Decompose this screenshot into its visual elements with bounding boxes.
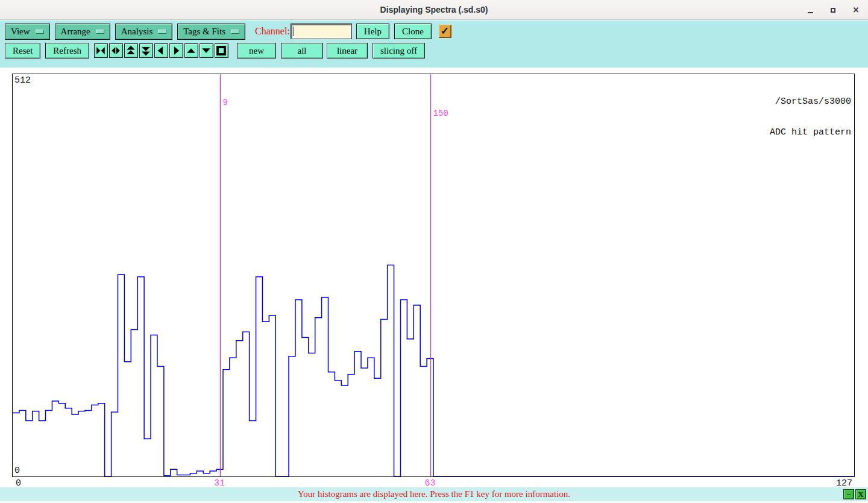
channel-label: Channel: bbox=[255, 26, 290, 37]
menu-tags-fits-label: Tags & Fits bbox=[183, 27, 225, 37]
cursor-line-0[interactable] bbox=[220, 74, 221, 476]
pan-right-icon bbox=[171, 45, 181, 56]
histogram-plot bbox=[13, 74, 854, 476]
menu-arrange[interactable]: Arrange bbox=[55, 24, 110, 40]
spectrum-title: /SortSas/s3000 ADC hit pattern bbox=[770, 76, 851, 158]
menu-tags-fits[interactable]: Tags & Fits bbox=[177, 24, 245, 40]
cascade-dash-icon bbox=[158, 30, 166, 34]
action-bar: Reset Refresh bbox=[5, 42, 425, 59]
channel-input[interactable] bbox=[291, 24, 351, 39]
expand-down-button[interactable] bbox=[139, 43, 153, 58]
status-minimize-button[interactable]: − bbox=[843, 489, 854, 499]
pan-left-button[interactable] bbox=[154, 43, 168, 58]
text-caret bbox=[294, 27, 295, 36]
spectrum-path-label: /SortSas/s3000 bbox=[770, 96, 851, 107]
new-button[interactable]: new bbox=[237, 43, 276, 59]
cursor-value-0: 9 bbox=[223, 98, 228, 107]
expand-up-icon bbox=[125, 45, 136, 56]
linear-button[interactable]: linear bbox=[327, 43, 368, 59]
pan-left-icon bbox=[156, 45, 166, 56]
window-controls: ✕ bbox=[805, 0, 861, 20]
menu-bar: View Arrange Analysis Tags & Fits Channe… bbox=[5, 23, 451, 40]
all-button[interactable]: all bbox=[281, 43, 323, 59]
full-view-icon bbox=[216, 45, 227, 56]
scroll-down-icon bbox=[201, 45, 212, 56]
cascade-dash-icon bbox=[96, 30, 104, 34]
plot-area[interactable]: 9 150 512 0 /SortSas/s3000 ADC hit patte… bbox=[12, 74, 855, 477]
reset-button[interactable]: Reset bbox=[5, 43, 40, 59]
minimize-icon[interactable] bbox=[805, 5, 815, 15]
title-bar: Displaying Spectra (.sd.s0) ✕ bbox=[0, 0, 868, 20]
menu-analysis-label: Analysis bbox=[121, 27, 153, 37]
contract-x-button[interactable] bbox=[94, 43, 108, 58]
cursor-value-1: 150 bbox=[433, 109, 448, 118]
scroll-up-icon bbox=[186, 45, 197, 56]
status-controls: − X bbox=[843, 489, 866, 499]
checkmark-icon: ✓ bbox=[441, 25, 449, 37]
cascade-dash-icon bbox=[231, 30, 239, 34]
toolbar: View Arrange Analysis Tags & Fits Channe… bbox=[0, 20, 868, 68]
menu-view-label: View bbox=[11, 27, 30, 37]
cascade-dash-icon bbox=[36, 30, 44, 34]
status-bar: Your histograms are displayed here. Pres… bbox=[0, 487, 868, 501]
spectrum-name-label: ADC hit pattern bbox=[770, 127, 851, 138]
status-close-button[interactable]: X bbox=[855, 489, 866, 499]
window-title: Displaying Spectra (.sd.s0) bbox=[380, 5, 488, 14]
slicing-button[interactable]: slicing off bbox=[373, 43, 425, 59]
scroll-down-button[interactable] bbox=[200, 43, 213, 58]
expand-x-icon bbox=[110, 45, 121, 56]
contract-x-icon bbox=[95, 45, 106, 56]
cursor-line-1[interactable] bbox=[430, 74, 432, 476]
menu-arrange-label: Arrange bbox=[61, 27, 90, 37]
status-message: Your histograms are displayed here. Pres… bbox=[298, 489, 570, 499]
spectrum-display-area: 9 150 512 0 /SortSas/s3000 ADC hit patte… bbox=[0, 68, 868, 487]
close-icon[interactable]: ✕ bbox=[851, 5, 861, 15]
menu-view[interactable]: View bbox=[5, 24, 50, 40]
expand-down-icon bbox=[140, 45, 151, 56]
refresh-button[interactable]: Refresh bbox=[45, 43, 89, 59]
clone-button[interactable]: Clone bbox=[394, 24, 432, 39]
histogram-path bbox=[13, 265, 854, 476]
maximize-icon[interactable] bbox=[828, 5, 838, 15]
expand-x-button[interactable] bbox=[109, 43, 123, 58]
full-view-button[interactable] bbox=[215, 43, 228, 58]
y-axis-max-label: 512 bbox=[14, 75, 31, 86]
help-button[interactable]: Help bbox=[356, 24, 389, 39]
expand-up-button[interactable] bbox=[124, 43, 138, 58]
menu-analysis[interactable]: Analysis bbox=[115, 24, 173, 40]
y-axis-min-label: 0 bbox=[14, 466, 20, 476]
pan-right-button[interactable] bbox=[169, 43, 183, 58]
toolbar-checkbox[interactable]: ✓ bbox=[439, 25, 451, 38]
scroll-up-button[interactable] bbox=[184, 43, 198, 58]
